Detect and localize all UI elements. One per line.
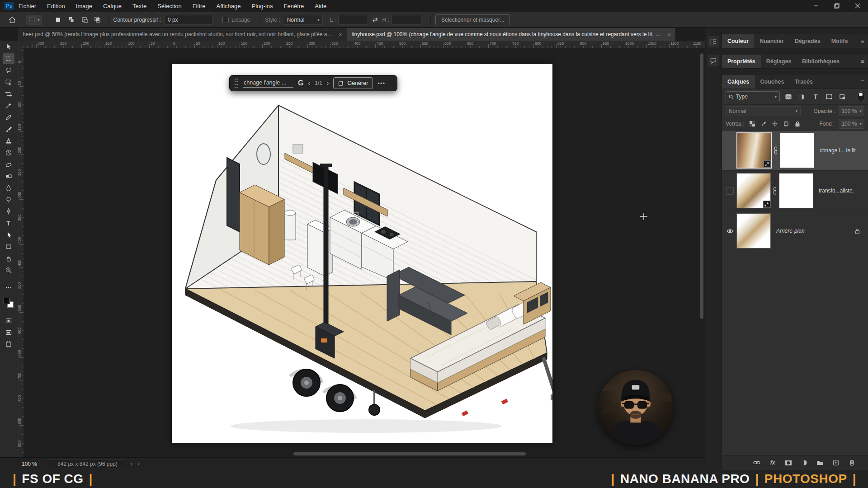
menu-fichier[interactable]: Fichier (19, 3, 36, 9)
edit-toolbar-button[interactable] (3, 282, 14, 293)
zoom-tool[interactable] (3, 265, 14, 276)
feather-input[interactable]: 0 px (165, 15, 212, 25)
visibility-toggle[interactable] (726, 187, 734, 195)
horizontal-scrollbar[interactable] (24, 452, 705, 456)
object-selection-tool[interactable] (3, 77, 14, 88)
new-selection-icon[interactable] (55, 16, 61, 23)
screen-mode-button[interactable] (3, 327, 14, 338)
menu-texte[interactable]: Texte (132, 3, 146, 9)
brush-tool[interactable] (3, 124, 14, 135)
smart-object-filter-icon[interactable] (838, 92, 848, 101)
panel-menu-icon[interactable]: ≡ (861, 38, 864, 45)
filter-toggle[interactable] (858, 91, 864, 102)
eyedropper-tool[interactable] (3, 100, 14, 111)
select-and-mask-button[interactable]: Sélectionner et masquer... (435, 14, 510, 25)
layer-row-chnage-le-lit[interactable]: chnage l... le lit (722, 131, 868, 171)
fill-select[interactable]: 100 %▾ (839, 119, 864, 129)
new-layer-icon[interactable] (831, 459, 840, 467)
blur-tool[interactable] (3, 183, 14, 193)
layer-name[interactable]: Arrière-plan (776, 228, 805, 234)
menu-plug-ins[interactable]: Plug-ins (252, 3, 273, 9)
width-input[interactable] (338, 15, 368, 25)
clone-stamp-tool[interactable] (3, 136, 14, 146)
dodge-tool[interactable] (3, 194, 14, 205)
visibility-toggle[interactable] (726, 147, 734, 155)
layer-mask-thumbnail[interactable] (780, 133, 814, 168)
tab-calques[interactable]: Calques (722, 75, 755, 89)
layer-thumbnail[interactable] (736, 213, 771, 249)
drag-handle-icon[interactable] (234, 78, 238, 89)
antialias-checkbox[interactable]: Lissage (222, 17, 250, 23)
spot-healing-tool[interactable] (3, 112, 14, 123)
add-mask-icon[interactable] (784, 459, 793, 467)
status-next-icon[interactable]: › (131, 461, 132, 467)
lock-artboard-icon[interactable] (783, 120, 790, 127)
tab-nuancier[interactable]: Nuancier (754, 34, 789, 48)
link-layers-icon[interactable] (752, 459, 761, 467)
eraser-tool[interactable] (3, 159, 14, 170)
layer-thumbnail[interactable] (736, 173, 771, 208)
scrollbar-thumb[interactable] (293, 452, 526, 455)
restore-icon[interactable] (826, 0, 847, 12)
blend-mode-select[interactable]: Normal▾ (726, 106, 801, 116)
opacity-select[interactable]: 100 %▾ (839, 106, 864, 116)
layer-row-transfo[interactable]: transfo...aliste. (722, 171, 868, 211)
lasso-tool[interactable] (3, 65, 14, 76)
generate-button[interactable]: Générer (333, 77, 373, 89)
tab-couches[interactable]: Couches (755, 75, 790, 89)
type-layer-filter-icon[interactable]: T (811, 92, 821, 101)
visibility-toggle[interactable] (724, 229, 736, 234)
menu-affichage[interactable]: Affichage (217, 3, 241, 9)
lock-all-icon[interactable] (794, 120, 801, 127)
style-select[interactable]: Normal▾ (284, 15, 323, 25)
hand-tool[interactable] (3, 253, 14, 264)
foreground-background-colors[interactable] (3, 297, 14, 308)
close-tab-icon[interactable]: × (339, 31, 342, 38)
scrollbar-thumb[interactable] (700, 53, 703, 319)
layer-mask-thumbnail[interactable] (779, 173, 813, 208)
minimize-icon[interactable] (806, 0, 826, 12)
delete-layer-icon[interactable] (847, 459, 856, 467)
menu-calque[interactable]: Calque (103, 3, 122, 9)
tab-degrades[interactable]: Dégradés (789, 34, 826, 48)
menu-aide[interactable]: Aide (315, 3, 326, 9)
height-input[interactable] (392, 15, 421, 25)
pixel-layer-filter-icon[interactable] (783, 92, 793, 101)
shape-layer-filter-icon[interactable] (824, 92, 834, 101)
tab-proprietes[interactable]: Propriétés (722, 55, 761, 68)
intersect-selection-icon[interactable] (94, 16, 101, 23)
comments-panel-icon[interactable] (708, 55, 719, 66)
rectangle-shape-tool[interactable] (3, 241, 14, 252)
tab-couleur[interactable]: Couleur (722, 34, 754, 48)
subtract-selection-icon[interactable] (81, 16, 88, 23)
layer-name[interactable]: transfo...aliste. (819, 188, 854, 194)
menu-fentre[interactable]: Fenêtre (284, 3, 304, 9)
tab-reglages[interactable]: Réglages (761, 55, 797, 68)
tab-beer-psd[interactable]: beer.psd @ 50% (rends l'image plus profe… (18, 28, 347, 41)
layer-search-select[interactable]: Type ▾ (726, 91, 780, 102)
mask-link-icon[interactable] (771, 187, 779, 195)
layer-thumbnail[interactable] (736, 132, 772, 169)
mask-link-icon[interactable] (772, 146, 780, 155)
history-panel-icon[interactable] (708, 36, 719, 47)
tab-bibliotheques[interactable]: Bibliothèques (797, 55, 845, 68)
menu-edition[interactable]: Edition (47, 3, 65, 9)
lock-transparency-icon[interactable] (749, 120, 756, 127)
path-selection-tool[interactable] (3, 230, 14, 240)
move-tool[interactable] (3, 42, 14, 52)
lock-position-icon[interactable] (771, 120, 778, 127)
type-tool[interactable]: T (3, 218, 14, 229)
layer-name[interactable]: chnage l... le lit (820, 147, 856, 154)
next-variation-icon[interactable]: › (327, 80, 329, 87)
gradient-tool[interactable] (3, 171, 14, 182)
crop-tool[interactable] (3, 89, 14, 99)
close-icon[interactable] (847, 0, 868, 12)
new-group-icon[interactable] (816, 459, 825, 467)
panel-menu-icon[interactable]: ≡ (861, 58, 864, 65)
rectangular-marquee-tool[interactable] (3, 53, 14, 64)
menu-image[interactable]: Image (76, 3, 92, 9)
menu-slection[interactable]: Sélection (157, 3, 181, 9)
tab-tinyhouse-psd[interactable]: tinyhouse.psd @ 100% (chnage l'angle de … (347, 28, 676, 41)
panel-menu-icon[interactable]: ≡ (861, 78, 864, 85)
status-prev-icon[interactable]: ‹ (138, 461, 140, 467)
